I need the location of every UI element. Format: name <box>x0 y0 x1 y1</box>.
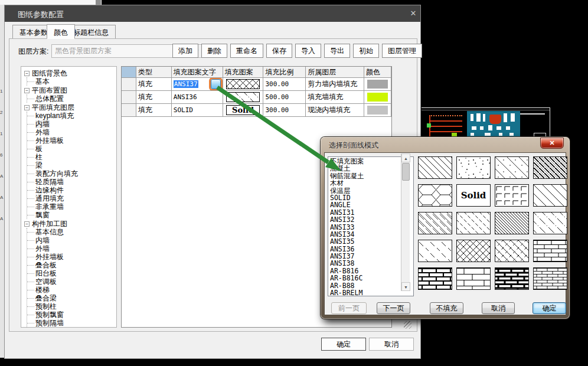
cell-scale[interactable]: 300.00 <box>263 78 306 91</box>
tree-item[interactable]: 内墙 <box>27 120 116 128</box>
tree-item[interactable]: 空调板 <box>27 277 116 286</box>
toolbar-button[interactable]: 导入 <box>295 44 321 58</box>
scroll-up-icon[interactable]: ▲ <box>401 153 410 162</box>
color-swatch[interactable] <box>367 80 388 89</box>
collapse-icon[interactable]: − <box>24 88 30 93</box>
pattern-swatch-blocks[interactable] <box>456 267 491 290</box>
cell-layer[interactable]: 现浇内墙填充 <box>306 104 364 117</box>
cell-pattern-preview[interactable] <box>223 78 264 91</box>
pattern-swatch-brick[interactable] <box>533 240 567 262</box>
pattern-swatch-dashdot[interactable] <box>533 212 567 234</box>
tab-color[interactable]: 颜色 <box>47 24 75 39</box>
collapse-icon[interactable]: − <box>24 105 30 110</box>
pattern-swatch-diag[interactable] <box>418 156 452 179</box>
tree-item[interactable]: 柱 <box>27 153 116 161</box>
tree-item[interactable]: 阳台板 <box>27 269 116 277</box>
cancel-button[interactable]: 取消 <box>369 338 414 351</box>
tree-item[interactable]: 总体配置 <box>27 94 116 103</box>
cell-type[interactable]: 填充 <box>136 78 172 91</box>
tree-item[interactable]: keyplan填充 <box>27 112 116 120</box>
close-icon[interactable]: ✕ <box>540 138 564 149</box>
pattern-picker-button[interactable] <box>211 79 221 89</box>
cell-pattern-text[interactable]: ANSI36 <box>172 91 223 104</box>
cell-color[interactable] <box>364 78 391 91</box>
pattern-swatch-brick-small[interactable] <box>533 267 567 290</box>
pattern-swatch-dots[interactable] <box>456 156 491 179</box>
pattern-dialog-button[interactable]: 不填充 <box>430 302 463 314</box>
tree-group[interactable]: −平面布置图 <box>24 86 116 94</box>
column-header[interactable]: 填充图案 <box>223 67 264 78</box>
tree-item[interactable]: 外挂墙板 <box>27 136 116 145</box>
pattern-swatch-sparse-dash[interactable] <box>418 240 452 262</box>
tree-group[interactable]: −平面填充图层 <box>24 103 116 112</box>
ok-button[interactable]: 确定 <box>321 338 366 351</box>
pattern-swatch-steel[interactable] <box>533 156 567 179</box>
table-row[interactable]: 填充ANSI37300.00剪力墙内墙填充 <box>122 78 391 91</box>
list-scrollbar[interactable]: ▲ ▼ <box>401 153 410 291</box>
toolbar-button[interactable]: 删除 <box>201 44 227 58</box>
column-header[interactable]: 填充图案文字 <box>172 67 223 78</box>
tree-item[interactable]: 叠合梁 <box>27 294 116 302</box>
color-swatch[interactable] <box>367 106 388 115</box>
cell-scale[interactable]: 500.00 <box>263 91 306 104</box>
toolbar-button[interactable]: 保存 <box>266 44 292 58</box>
tree-item[interactable]: 基本信息 <box>27 228 116 236</box>
cell-scale[interactable]: 300.00 <box>263 104 306 117</box>
resize-grip[interactable] <box>404 321 411 329</box>
row-header-cell[interactable] <box>122 104 136 117</box>
pattern-dialog-button[interactable]: 确定 <box>533 302 566 314</box>
pattern-swatch-solid[interactable]: Solid <box>456 184 491 207</box>
pattern-dialog-button[interactable]: 下一页 <box>377 302 410 314</box>
toolbar-button[interactable]: 导出 <box>324 44 350 58</box>
tree-item[interactable]: 内墙 <box>27 236 116 244</box>
pattern-swatch-dash-diag[interactable] <box>456 212 491 234</box>
pattern-swatch-brick-dark[interactable] <box>495 267 529 290</box>
close-icon[interactable]: ✕ <box>408 8 419 19</box>
tree-item[interactable]: 预制柱 <box>27 302 116 311</box>
tree-item[interactable]: 边缘构件 <box>27 186 116 194</box>
pattern-swatch-diag-sparse[interactable] <box>533 184 567 207</box>
toolbar-button[interactable]: 添加 <box>172 44 198 58</box>
tree-item[interactable]: 外墙 <box>27 244 116 253</box>
column-header[interactable]: 所属图层 <box>306 67 364 78</box>
dialog-titlebar[interactable]: 图纸参数配置 ✕ <box>5 5 420 22</box>
tree-item[interactable]: 基本 <box>27 77 116 86</box>
scrollbar-thumb[interactable] <box>402 163 410 181</box>
tree-group[interactable]: −构件加工图 <box>24 220 116 228</box>
table-row[interactable]: 填充ANSI36500.00填充墙填充 <box>122 91 391 104</box>
pattern-preview-grid[interactable]: Solid <box>418 156 567 290</box>
pattern-swatch-cross-dash[interactable] <box>495 240 529 262</box>
tree-item[interactable]: 楼梯 <box>27 286 116 294</box>
cell-pattern-text[interactable]: ANSI37 <box>172 78 223 91</box>
collapse-icon[interactable]: − <box>24 221 30 227</box>
tree-item[interactable]: 通用填充 <box>27 194 116 202</box>
color-swatch[interactable] <box>367 93 388 102</box>
tree-item[interactable]: 预制飘窗 <box>27 311 116 319</box>
cell-pattern-preview[interactable]: Solid <box>223 104 264 117</box>
layer-tree[interactable]: −图纸背景色基本−平面布置图总体配置−平面填充图层keyplan填充内墙外墙外挂… <box>21 66 117 328</box>
toolbar-button[interactable]: 图层管理 <box>382 44 422 58</box>
column-header[interactable]: 颜色 <box>364 67 391 78</box>
cell-color[interactable] <box>364 91 391 104</box>
tree-item[interactable]: 飘窗 <box>27 211 116 219</box>
table-corner-cell[interactable] <box>122 67 136 78</box>
pattern-swatch-angle[interactable] <box>495 184 529 207</box>
tree-item[interactable]: 预制隔墙 <box>27 319 116 327</box>
cell-type[interactable]: 填充 <box>136 91 172 104</box>
toolbar-button[interactable]: 初始 <box>353 44 379 58</box>
column-header[interactable]: 类型 <box>136 67 172 78</box>
column-header[interactable]: 填充比例 <box>263 67 306 78</box>
pattern-swatch-hex[interactable] <box>418 184 452 207</box>
pattern-swatch-cross[interactable] <box>456 240 491 262</box>
cell-type[interactable]: 填充 <box>136 104 172 117</box>
tree-item[interactable]: 非承重墙 <box>27 202 116 211</box>
cell-pattern-preview[interactable] <box>223 91 264 104</box>
tree-item[interactable]: 板 <box>27 145 116 153</box>
tree-item[interactable]: 叠合板 <box>27 261 116 269</box>
scroll-down-icon[interactable]: ▼ <box>401 282 410 291</box>
toolbar-button[interactable]: 重命名 <box>230 44 263 58</box>
pattern-swatch-brick-thick[interactable] <box>418 267 452 290</box>
cell-layer[interactable]: 填充墙填充 <box>306 91 364 104</box>
tree-group[interactable]: −图纸背景色 <box>24 69 116 77</box>
row-header-cell[interactable] <box>122 78 136 91</box>
